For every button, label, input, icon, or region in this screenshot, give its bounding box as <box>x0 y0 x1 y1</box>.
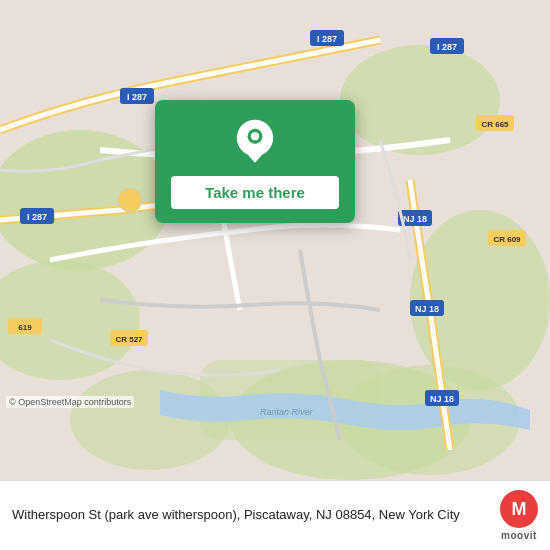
svg-text:NJ 18: NJ 18 <box>430 394 454 404</box>
take-me-there-button[interactable]: Take me there <box>171 176 339 209</box>
location-pin-icon <box>231 118 279 166</box>
moovit-icon: M <box>500 490 538 528</box>
svg-text:I 287: I 287 <box>27 212 47 222</box>
map-container: Raritan River I 287 I 287 I 287 I 287 NJ… <box>0 0 550 480</box>
bottom-info-bar: Witherspoon St (park ave witherspoon), P… <box>0 480 550 550</box>
svg-text:I 287: I 287 <box>127 92 147 102</box>
svg-point-37 <box>251 132 259 140</box>
svg-text:CR 527: CR 527 <box>115 335 143 344</box>
svg-point-33 <box>118 188 142 212</box>
map-background: Raritan River I 287 I 287 I 287 I 287 NJ… <box>0 0 550 480</box>
moovit-logo[interactable]: M moovit <box>500 490 538 541</box>
address-text: Witherspoon St (park ave witherspoon), P… <box>12 506 490 524</box>
moovit-label: moovit <box>501 530 537 541</box>
svg-text:619: 619 <box>18 323 32 332</box>
svg-text:CR 665: CR 665 <box>481 120 509 129</box>
svg-text:I 287: I 287 <box>437 42 457 52</box>
overlay-card: Take me there <box>155 100 355 223</box>
svg-text:Raritan River: Raritan River <box>260 407 314 417</box>
osm-credit: © OpenStreetMap contributors <box>6 396 134 408</box>
svg-text:CR 609: CR 609 <box>493 235 521 244</box>
svg-text:NJ 18: NJ 18 <box>403 214 427 224</box>
svg-point-3 <box>340 45 500 155</box>
svg-text:NJ 18: NJ 18 <box>415 304 439 314</box>
svg-text:I 287: I 287 <box>317 34 337 44</box>
